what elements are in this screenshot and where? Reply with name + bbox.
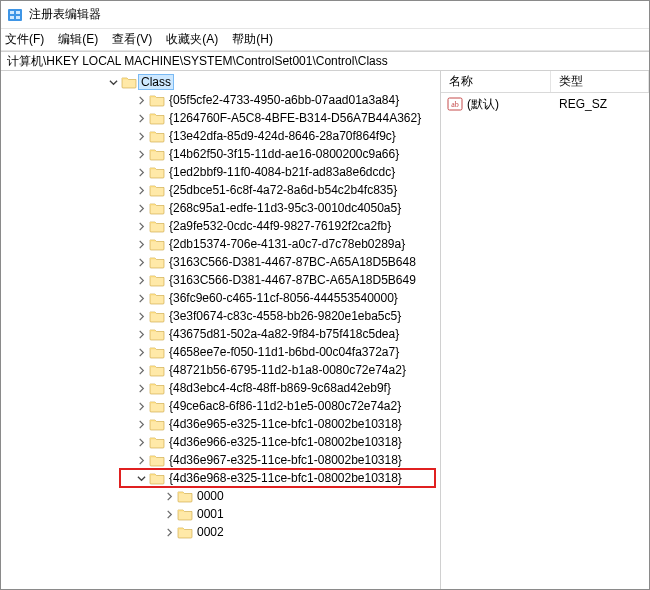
tree-item[interactable]: {05f5cfe2-4733-4950-a6bb-07aad01a3a84}: [1, 91, 440, 109]
tree-item[interactable]: 0002: [1, 523, 440, 541]
chevron-right-icon[interactable]: [135, 202, 147, 214]
tree-item[interactable]: {2db15374-706e-4131-a0c7-d7c78eb0289a}: [1, 235, 440, 253]
tree-item[interactable]: {43675d81-502a-4a82-9f84-b75f418c5dea}: [1, 325, 440, 343]
tree-item[interactable]: {4d36e968-e325-11ce-bfc1-08002be10318}: [1, 469, 440, 487]
tree-item[interactable]: {4d36e965-e325-11ce-bfc1-08002be10318}: [1, 415, 440, 433]
tree-item[interactable]: {3163C566-D381-4467-87BC-A65A18D5B649: [1, 271, 440, 289]
tree-item[interactable]: {36fc9e60-c465-11cf-8056-444553540000}: [1, 289, 440, 307]
tree-item[interactable]: {3163C566-D381-4467-87BC-A65A18D5B648: [1, 253, 440, 271]
tree-label: {43675d81-502a-4a82-9f84-b75f418c5dea}: [169, 325, 399, 343]
tree-item[interactable]: {3e3f0674-c83c-4558-bb26-9820e1eba5c5}: [1, 307, 440, 325]
chevron-right-icon[interactable]: [135, 238, 147, 250]
col-header-type[interactable]: 类型: [551, 71, 649, 92]
tree-label: {3e3f0674-c83c-4558-bb26-9820e1eba5c5}: [169, 307, 401, 325]
chevron-right-icon[interactable]: [135, 382, 147, 394]
tree-item[interactable]: {49ce6ac8-6f86-11d2-b1e5-0080c72e74a2}: [1, 397, 440, 415]
chevron-right-icon[interactable]: [163, 490, 175, 502]
tree-label: {2a9fe532-0cdc-44f9-9827-76192f2ca2fb}: [169, 217, 391, 235]
svg-rect-0: [8, 9, 22, 21]
regedit-window: 注册表编辑器 文件(F) 编辑(E) 查看(V) 收藏夹(A) 帮助(H) 计算…: [0, 0, 650, 590]
string-value-icon: ab: [447, 96, 463, 112]
chevron-right-icon[interactable]: [135, 454, 147, 466]
chevron-right-icon[interactable]: [163, 526, 175, 538]
chevron-right-icon[interactable]: [135, 328, 147, 340]
tree-label: 0002: [197, 523, 224, 541]
window-title: 注册表编辑器: [29, 6, 101, 23]
tree-label: {36fc9e60-c465-11cf-8056-444553540000}: [169, 289, 398, 307]
values-pane[interactable]: 名称 类型 ab(默认)REG_SZ: [441, 71, 649, 589]
menu-edit[interactable]: 编辑(E): [58, 31, 98, 48]
tree-item[interactable]: {1ed2bbf9-11f0-4084-b21f-ad83a8e6dcdc}: [1, 163, 440, 181]
tree-label: 0000: [197, 487, 224, 505]
menubar: 文件(F) 编辑(E) 查看(V) 收藏夹(A) 帮助(H): [1, 29, 649, 51]
chevron-down-icon[interactable]: [107, 76, 119, 88]
chevron-right-icon[interactable]: [135, 418, 147, 430]
chevron-down-icon[interactable]: [135, 472, 147, 484]
chevron-right-icon[interactable]: [135, 94, 147, 106]
folder-icon: [149, 399, 165, 413]
chevron-right-icon[interactable]: [135, 256, 147, 268]
chevron-right-icon[interactable]: [135, 220, 147, 232]
value-row[interactable]: ab(默认)REG_SZ: [441, 95, 649, 113]
tree-item[interactable]: {13e42dfa-85d9-424d-8646-28a70f864f9c}: [1, 127, 440, 145]
tree-item[interactable]: {48d3ebc4-4cf8-48ff-b869-9c68ad42eb9f}: [1, 379, 440, 397]
tree-item[interactable]: 0001: [1, 505, 440, 523]
chevron-right-icon[interactable]: [135, 184, 147, 196]
tree-item[interactable]: {2a9fe532-0cdc-44f9-9827-76192f2ca2fb}: [1, 217, 440, 235]
tree-label: {13e42dfa-85d9-424d-8646-28a70f864f9c}: [169, 127, 396, 145]
chevron-right-icon[interactable]: [135, 130, 147, 142]
folder-icon: [149, 93, 165, 107]
tree-item[interactable]: {25dbce51-6c8f-4a72-8a6d-b54c2b4fc835}: [1, 181, 440, 199]
chevron-right-icon[interactable]: [163, 508, 175, 520]
tree-item-class[interactable]: Class: [1, 73, 440, 91]
tree-item[interactable]: {4d36e967-e325-11ce-bfc1-08002be10318}: [1, 451, 440, 469]
svg-text:ab: ab: [451, 100, 459, 109]
chevron-right-icon[interactable]: [135, 292, 147, 304]
tree-label: {25dbce51-6c8f-4a72-8a6d-b54c2b4fc835}: [169, 181, 397, 199]
tree-label: {4d36e967-e325-11ce-bfc1-08002be10318}: [169, 451, 402, 469]
folder-icon: [149, 327, 165, 341]
chevron-right-icon[interactable]: [135, 166, 147, 178]
value-type: REG_SZ: [551, 97, 607, 111]
folder-icon: [149, 129, 165, 143]
tree-item[interactable]: {4658ee7e-f050-11d1-b6bd-00c04fa372a7}: [1, 343, 440, 361]
folder-icon: [149, 183, 165, 197]
tree-item[interactable]: {48721b56-6795-11d2-b1a8-0080c72e74a2}: [1, 361, 440, 379]
content-area: Class{05f5cfe2-4733-4950-a6bb-07aad01a3a…: [1, 71, 649, 589]
folder-icon: [149, 255, 165, 269]
value-name: (默认): [467, 96, 551, 113]
address-bar[interactable]: 计算机\HKEY LOCAL MACHINE\SYSTEM\ControlSet…: [1, 51, 649, 71]
chevron-right-icon[interactable]: [135, 346, 147, 358]
tree-label: {268c95a1-edfe-11d3-95c3-0010dc4050a5}: [169, 199, 401, 217]
chevron-right-icon[interactable]: [135, 112, 147, 124]
folder-icon: [149, 363, 165, 377]
folder-icon: [149, 453, 165, 467]
chevron-right-icon[interactable]: [135, 310, 147, 322]
tree-pane[interactable]: Class{05f5cfe2-4733-4950-a6bb-07aad01a3a…: [1, 71, 441, 589]
menu-favorites[interactable]: 收藏夹(A): [166, 31, 218, 48]
tree-item[interactable]: {1264760F-A5C8-4BFE-B314-D56A7B44A362}: [1, 109, 440, 127]
col-header-name[interactable]: 名称: [441, 71, 551, 92]
folder-icon: [149, 219, 165, 233]
chevron-right-icon[interactable]: [135, 274, 147, 286]
chevron-right-icon[interactable]: [135, 364, 147, 376]
tree-item[interactable]: {4d36e966-e325-11ce-bfc1-08002be10318}: [1, 433, 440, 451]
menu-help[interactable]: 帮助(H): [232, 31, 273, 48]
menu-file[interactable]: 文件(F): [5, 31, 44, 48]
values-body: ab(默认)REG_SZ: [441, 93, 649, 589]
chevron-right-icon[interactable]: [135, 436, 147, 448]
tree-item[interactable]: 0000: [1, 487, 440, 505]
chevron-right-icon[interactable]: [135, 400, 147, 412]
menu-view[interactable]: 查看(V): [112, 31, 152, 48]
titlebar[interactable]: 注册表编辑器: [1, 1, 649, 29]
svg-rect-1: [10, 11, 14, 14]
tree-item[interactable]: {268c95a1-edfe-11d3-95c3-0010dc4050a5}: [1, 199, 440, 217]
chevron-right-icon[interactable]: [135, 148, 147, 160]
column-headers[interactable]: 名称 类型: [441, 71, 649, 93]
folder-icon: [149, 435, 165, 449]
tree-item[interactable]: {14b62f50-3f15-11dd-ae16-0800200c9a66}: [1, 145, 440, 163]
folder-icon: [149, 273, 165, 287]
folder-icon: [149, 417, 165, 431]
svg-rect-2: [16, 11, 20, 14]
folder-icon: [149, 237, 165, 251]
